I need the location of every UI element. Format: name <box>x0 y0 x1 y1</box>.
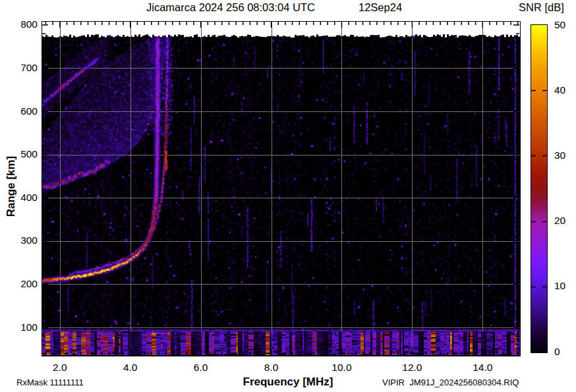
colorbar-gradient <box>531 24 548 353</box>
y-tick-label: 300 <box>0 235 38 246</box>
x-tick-label: 10.0 <box>331 362 351 374</box>
ionogram-heatmap <box>42 21 521 356</box>
y-tick-label: 700 <box>0 62 38 74</box>
x-tick-label: 8.0 <box>264 362 279 374</box>
y-tick-label: 800 <box>0 18 38 30</box>
x-tick-label: 4.0 <box>123 362 138 374</box>
y-tick-label: 500 <box>0 148 38 160</box>
page-title: Jicamarca 2024 256 08:03:04 UTC <box>146 1 315 14</box>
x-tick-label: 14.0 <box>473 362 492 374</box>
ionogram-screen: Jicamarca 2024 256 08:03:04 UTC 12Sep24 … <box>0 0 576 392</box>
x-tick-label: 2.0 <box>53 362 67 374</box>
x-tick-label: 12.0 <box>402 362 422 374</box>
y-tick-label: 100 <box>0 322 38 333</box>
colorbar-tick-label: 40 <box>554 84 565 96</box>
file-label: VIPIR JM91J_2024256080304.RIQ <box>382 378 519 387</box>
y-tick-label: 200 <box>0 278 38 290</box>
y-axis-label: Range [km] <box>5 156 18 217</box>
colorbar-tick-label: 20 <box>554 215 565 227</box>
colorbar-title: SNR [dB] <box>519 1 564 14</box>
x-tick-label: 6.0 <box>194 362 208 374</box>
date-label: 12Sep24 <box>359 1 402 14</box>
y-tick-label: 600 <box>0 105 38 117</box>
y-tick-label: 400 <box>0 192 38 204</box>
rxmask-label: RxMask 11111111 <box>16 378 84 387</box>
colorbar-tick-label: 30 <box>554 150 565 161</box>
colorbar-tick-label: 50 <box>554 19 565 31</box>
x-axis-label: Frequency [MHz] <box>243 376 333 389</box>
colorbar-tick-label: 10 <box>554 280 565 292</box>
colorbar-tick-label: 0 <box>554 346 560 358</box>
